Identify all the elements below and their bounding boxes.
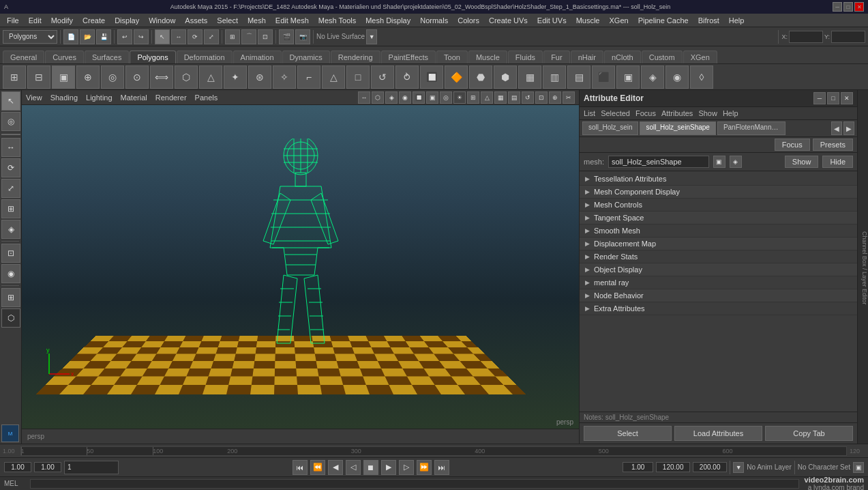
anim-layer-dropdown-btn[interactable]: ▼ — [733, 462, 744, 473]
menu-mesh[interactable]: Mesh — [243, 16, 270, 25]
attr-minimize-btn[interactable]: ─ — [813, 92, 826, 104]
tab-fur[interactable]: Fur — [543, 51, 570, 63]
vp-icon-light[interactable]: ☀ — [453, 91, 466, 104]
section-tessellation[interactable]: ▶ Tessellation Attributes — [580, 173, 857, 186]
open-scene-btn[interactable]: 📂 — [80, 29, 95, 44]
tab-painteffects[interactable]: PaintEffects — [381, 51, 436, 63]
shelf-quad[interactable]: □ — [346, 66, 370, 89]
hide-button[interactable]: Hide — [822, 156, 853, 168]
attr-menu-show[interactable]: Show — [698, 109, 717, 117]
vp-menu-lighting[interactable]: Lighting — [86, 93, 113, 102]
jump-end-btn[interactable]: ⏭ — [434, 460, 449, 475]
shelf-uv5[interactable]: ▦ — [518, 66, 541, 89]
tab-custom[interactable]: Custom — [642, 51, 683, 63]
shelf-retopo[interactable]: ⊛ — [248, 66, 271, 89]
attr-tab-holz-shape[interactable]: soll_Holz_seinShape — [640, 121, 715, 135]
translate-btn[interactable]: ↔ — [171, 29, 186, 44]
menu-muscle[interactable]: Muscle — [572, 16, 604, 25]
channel-box-label[interactable]: Channel Box / Layer Editor — [861, 231, 868, 305]
shelf-mirror[interactable]: ⟺ — [150, 66, 173, 89]
vp-icon-4[interactable]: ◉ — [399, 91, 411, 104]
move-tool-btn[interactable]: ↔ — [1, 138, 20, 157]
vp-icon-11[interactable]: ▦ — [494, 91, 507, 104]
section-tangent-space[interactable]: ▶ Tangent Space — [580, 212, 857, 225]
rotate-btn[interactable]: ⟳ — [188, 29, 203, 44]
attr-menu-attributes[interactable]: Attributes — [661, 109, 693, 117]
shelf-uv8[interactable]: ⬛ — [592, 66, 615, 89]
tab-general[interactable]: General — [3, 51, 44, 63]
vp-icon-12[interactable]: ▤ — [508, 91, 520, 104]
shelf-triangulate[interactable]: △ — [322, 66, 345, 89]
vp-icon-13[interactable]: ↺ — [522, 91, 534, 104]
menu-window[interactable]: Window — [145, 16, 179, 25]
attr-close-btn[interactable]: ✕ — [841, 92, 853, 104]
grid-btn[interactable]: ⊞ — [1, 288, 20, 307]
tab-toon[interactable]: Toon — [436, 51, 468, 63]
section-displacement[interactable]: ▶ Displacement Map — [580, 237, 857, 250]
menu-normals[interactable]: Normals — [416, 16, 452, 25]
shelf-extra3[interactable]: ◊ — [690, 66, 713, 89]
viewport-3d[interactable]: x y persp — [22, 105, 579, 429]
section-mesh-component[interactable]: ▶ Mesh Component Display — [580, 186, 857, 199]
vp-icon-15[interactable]: ⊕ — [549, 91, 561, 104]
section-smooth-mesh[interactable]: ▶ Smooth Mesh — [580, 225, 857, 237]
x-field[interactable] — [789, 31, 823, 43]
shelf-fill-hole[interactable]: ⬡ — [175, 66, 198, 89]
timeline-track[interactable]: 1 50 100 200 300 400 500 600 — [20, 446, 847, 456]
select-tool-btn[interactable]: ↖ — [155, 29, 170, 44]
maximize-button[interactable]: □ — [843, 2, 853, 12]
section-mental-ray[interactable]: ▶ mental ray — [580, 276, 857, 289]
vp-icon-2[interactable]: ⬡ — [372, 91, 384, 104]
show-manip-btn[interactable]: ⊡ — [1, 244, 20, 263]
tab-ncloth[interactable]: nCloth — [604, 51, 641, 63]
window-controls[interactable]: ─ □ ✕ — [833, 2, 864, 12]
vp-icon-9[interactable]: ⊞ — [467, 91, 479, 104]
soft-mod-btn[interactable]: ◈ — [1, 220, 20, 239]
vp-menu-panels[interactable]: Panels — [195, 93, 218, 102]
attr-tab-left-arrow[interactable]: ◀ — [831, 121, 842, 135]
range-start-input[interactable] — [623, 462, 653, 472]
live-surface-dropdown[interactable]: ▼ — [366, 29, 377, 44]
range-end-input[interactable] — [656, 462, 690, 472]
menu-mesh-tools[interactable]: Mesh Tools — [314, 16, 360, 25]
tab-animation[interactable]: Animation — [233, 51, 282, 63]
shelf-combine[interactable]: ⊞ — [3, 66, 26, 89]
menu-edit[interactable]: Edit — [25, 16, 46, 25]
tab-surfaces[interactable]: Surfaces — [85, 51, 129, 63]
shelf-uv7[interactable]: ▤ — [567, 66, 590, 89]
attr-maximize-btn[interactable]: □ — [827, 92, 839, 104]
menu-edit-uvs[interactable]: Edit UVs — [533, 16, 571, 25]
menu-mesh-display[interactable]: Mesh Display — [361, 16, 415, 25]
attr-tab-right-arrow[interactable]: ▶ — [843, 121, 854, 135]
lasso-btn[interactable] — [1, 134, 20, 135]
attr-tab-holz[interactable]: soll_Holz_sein — [582, 121, 638, 135]
section-object-display[interactable]: ▶ Object Display — [580, 263, 857, 276]
tab-muscle[interactable]: Muscle — [468, 51, 507, 63]
shelf-smooth[interactable]: ◎ — [101, 66, 124, 89]
show-button[interactable]: Show — [785, 156, 819, 168]
shelf-reduce[interactable]: △ — [199, 66, 222, 89]
vp-menu-shading[interactable]: Shading — [50, 93, 78, 102]
shelf-extra1[interactable]: ◈ — [641, 66, 664, 89]
mode-dropdown[interactable]: Polygons Surfaces Animation Rendering Dy… — [3, 30, 57, 44]
next-frame-btn[interactable]: ▷ — [399, 460, 414, 475]
play-back-btn[interactable]: ◁ — [346, 460, 361, 475]
tab-xgen[interactable]: XGen — [683, 51, 717, 63]
tab-rendering[interactable]: Rendering — [331, 51, 380, 63]
vp-icon-5[interactable]: 🔲 — [413, 91, 425, 104]
shelf-uv6[interactable]: ▥ — [543, 66, 566, 89]
menu-create[interactable]: Create — [78, 16, 109, 25]
frame-field[interactable]: 1 — [64, 461, 119, 474]
tab-fluids[interactable]: Fluids — [508, 51, 543, 63]
shelf-uv3[interactable]: ⬣ — [469, 66, 492, 89]
section-mesh-controls[interactable]: ▶ Mesh Controls — [580, 199, 857, 212]
shelf-extract[interactable]: ▣ — [52, 66, 75, 89]
menu-bifrost[interactable]: Bifrost — [694, 16, 723, 25]
stop-btn[interactable]: ⏹ — [363, 460, 378, 475]
copy-tab-button[interactable]: Copy Tab — [765, 426, 853, 441]
tab-curves[interactable]: Curves — [45, 51, 84, 63]
select-mode-btn[interactable]: ↖ — [1, 91, 20, 111]
menu-modify[interactable]: Modify — [47, 16, 77, 25]
menu-select[interactable]: Select — [213, 16, 242, 25]
redo-btn[interactable]: ↪ — [134, 29, 149, 44]
